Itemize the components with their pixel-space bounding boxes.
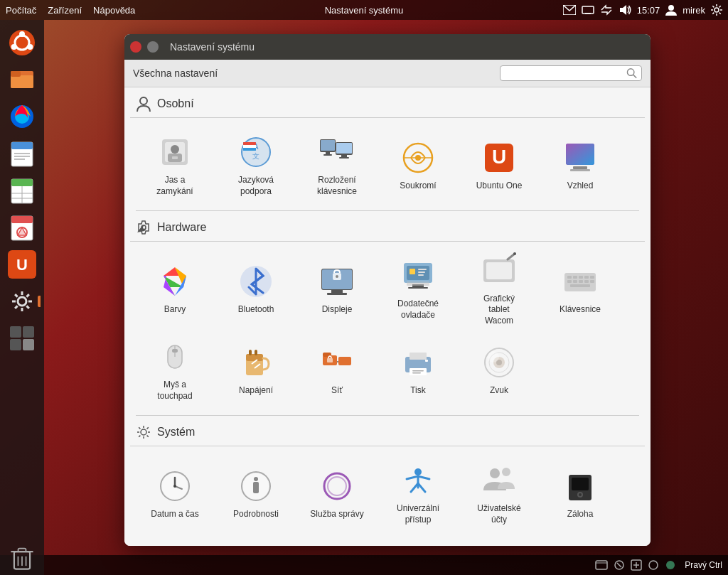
search-label: Všechna nastavení	[133, 68, 218, 79]
svg-rect-129	[584, 280, 589, 283]
item-sit[interactable]: Síť	[298, 331, 376, 409]
item-univerzalni[interactable]: Univerzálnípřístup	[379, 455, 457, 533]
item-sluzba[interactable]: Služba správy	[298, 455, 376, 533]
item-mys-icon	[156, 338, 193, 375]
volume-icon[interactable]	[619, 4, 631, 16]
item-jazyk[interactable]: A 文 Jazykovápodpora	[217, 127, 295, 205]
sidebar-item-firefox[interactable]	[5, 100, 39, 134]
svg-line-11	[719, 13, 721, 14]
item-bluetooth[interactable]: Bluetooth	[217, 250, 295, 328]
svg-line-12	[719, 6, 721, 7]
item-mys[interactable]: Myš atouchpad	[136, 331, 214, 409]
svg-point-194	[649, 561, 658, 569]
sidebar-item-calc[interactable]	[5, 173, 39, 208]
item-jas-label: Jas azamykání	[156, 175, 193, 197]
tray-icon-2[interactable]	[614, 559, 625, 571]
item-vzhled-icon	[562, 139, 599, 176]
item-displeje-icon	[318, 263, 355, 300]
menu-zarizeni[interactable]: Zařízení	[48, 5, 82, 16]
network-icon[interactable]	[582, 5, 594, 15]
window-close-button[interactable]	[130, 41, 141, 53]
search-bar: Všechna nastavení	[124, 60, 651, 87]
svg-point-86	[415, 155, 421, 161]
svg-rect-103	[331, 290, 343, 293]
hardware-items-grid: Barvy Bluetooth	[130, 247, 645, 415]
search-input[interactable]	[505, 68, 626, 79]
sidebar-item-ubuntu-one[interactable]: U	[5, 247, 39, 281]
item-barvy[interactable]: Barvy	[136, 250, 214, 328]
menu-napoveda[interactable]: Nápověda	[93, 5, 135, 16]
item-napajeni[interactable]: Napájení	[217, 331, 295, 409]
search-input-wrap[interactable]	[500, 65, 642, 81]
item-tablet[interactable]: GrafickýtabletWacom	[460, 250, 538, 328]
svg-point-195	[666, 561, 675, 569]
tray-icon-3[interactable]	[631, 559, 642, 571]
item-soukromi-icon	[400, 139, 437, 176]
svg-point-16	[19, 31, 25, 37]
sidebar-item-home[interactable]	[5, 26, 39, 60]
hardware-section-icon	[136, 220, 151, 235]
item-klavesnice[interactable]: Klávesnice	[541, 250, 619, 328]
svg-rect-122	[573, 276, 577, 279]
menu-pocitac[interactable]: Počítač	[6, 5, 36, 16]
item-ucty-label: Uživatelskéúčty	[477, 503, 520, 525]
item-sit-label: Síť	[331, 385, 343, 397]
item-datum[interactable]: Datum a čas	[136, 455, 214, 533]
item-vzhled[interactable]: Vzhled	[541, 127, 619, 205]
item-dodatecne[interactable]: Dodatečnéovladače	[379, 250, 457, 328]
sidebar-item-writer[interactable]	[5, 136, 39, 171]
tray-icon-4[interactable]	[648, 559, 659, 571]
sidebar-item-workspace[interactable]	[5, 321, 39, 355]
item-jas[interactable]: Jas azamykání	[136, 127, 214, 205]
svg-line-13	[712, 13, 714, 14]
item-displeje[interactable]: Displeje	[298, 250, 376, 328]
tray-icon-5[interactable]	[665, 559, 676, 571]
section-personal-header: Osobní	[130, 87, 645, 118]
item-soukromi[interactable]: Soukromí	[379, 127, 457, 205]
svg-rect-125	[590, 276, 594, 279]
search-icon	[626, 68, 637, 79]
svg-rect-78	[326, 152, 330, 154]
item-barvy-icon	[156, 263, 193, 300]
right-ctrl-label: Pravý Ctrl	[685, 560, 722, 570]
item-tisk[interactable]: Tisk	[379, 331, 457, 409]
sidebar-item-files[interactable]	[5, 63, 39, 97]
sync-icon[interactable]	[600, 4, 613, 16]
svg-rect-130	[590, 280, 594, 283]
item-univerzalni-icon	[400, 462, 437, 499]
section-personal-title: Osobní	[157, 97, 194, 110]
svg-rect-150	[412, 372, 421, 374]
svg-point-181	[490, 468, 500, 478]
tray-icon-1[interactable]	[595, 559, 608, 571]
item-podrobnosti[interactable]: Podrobnosti	[217, 455, 295, 533]
item-ucty[interactable]: Uživatelskéúčty	[460, 455, 538, 533]
svg-point-5	[714, 8, 719, 12]
svg-rect-136	[246, 354, 263, 361]
svg-rect-81	[336, 143, 352, 154]
svg-line-46	[26, 306, 29, 308]
svg-line-164	[147, 427, 149, 429]
item-mys-label: Myš atouchpad	[157, 380, 192, 402]
svg-rect-112	[418, 274, 424, 276]
svg-rect-52	[23, 339, 34, 350]
system-gear-icon[interactable]	[711, 4, 722, 16]
svg-rect-104	[327, 293, 347, 295]
svg-text:U: U	[16, 256, 28, 274]
item-ubuntu-one[interactable]: U Ubuntu One	[460, 127, 538, 205]
item-zvuk[interactable]: Zvuk	[460, 331, 538, 409]
sidebar-item-settings[interactable]	[5, 284, 39, 318]
svg-point-59	[627, 69, 633, 75]
item-zaloha[interactable]: Záloha	[541, 455, 619, 533]
email-icon[interactable]	[563, 5, 576, 15]
item-zaloha-icon	[562, 468, 599, 505]
sidebar-item-draw[interactable]	[5, 210, 39, 244]
svg-rect-1	[582, 6, 594, 14]
section-hardware-title: Hardware	[157, 221, 206, 234]
svg-rect-92	[570, 169, 590, 171]
item-keyboard-layout[interactable]: Rozloženíklávesnice	[298, 127, 376, 205]
item-sluzba-label: Služba správy	[310, 509, 363, 520]
svg-line-10	[712, 6, 714, 7]
sidebar-item-trash[interactable]	[5, 541, 39, 575]
window-minimize-button[interactable]	[147, 41, 159, 53]
item-vzhled-label: Vzhled	[567, 181, 594, 192]
